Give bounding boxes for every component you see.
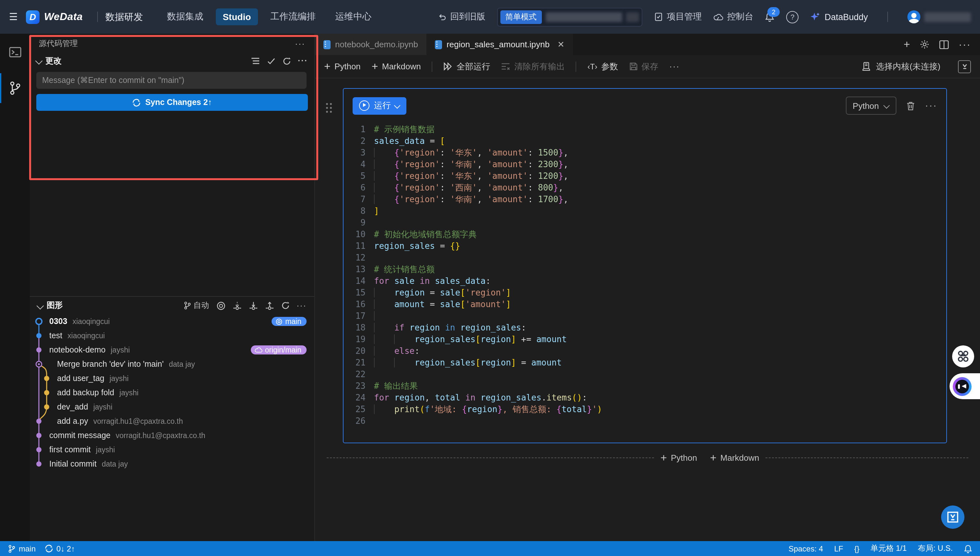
more-actions-icon[interactable]: ··· [669, 61, 679, 71]
more-actions-icon[interactable]: ··· [925, 100, 937, 112]
code-line[interactable] [374, 252, 946, 264]
indent-indicator[interactable]: Spaces: 4 [789, 544, 823, 553]
kernel-selector[interactable]: 选择内核(未连接) [862, 61, 940, 72]
refresh-icon[interactable] [282, 57, 291, 65]
code-line[interactable]: {'region': '华东', 'amount': 1500}, [374, 147, 946, 159]
code-line[interactable]: ] [374, 205, 946, 217]
hamburger-menu-icon[interactable]: ☰ [9, 11, 26, 23]
commit-message-input[interactable] [36, 72, 307, 89]
back-to-old-button[interactable]: 回到旧版 [438, 11, 485, 23]
commit-row[interactable]: notebook-demo jayshi origin/main [30, 343, 314, 357]
cell-position-indicator[interactable]: 单元格 1/1 [870, 543, 907, 554]
apps-floating-button[interactable] [952, 345, 974, 367]
changes-section-header[interactable]: 更改 ··· [30, 53, 314, 69]
tab-notebook-demo[interactable]: notebook_demo.ipynb [315, 34, 427, 55]
code-line[interactable]: for region, total in region_sales.items(… [374, 392, 946, 404]
code-line[interactable]: {'region': '西南', 'amount': 800}, [374, 182, 946, 194]
code-line[interactable]: {'region': '华南', 'amount': 1700}, [374, 194, 946, 205]
more-actions-icon[interactable]: ··· [295, 39, 305, 48]
language-braces-indicator[interactable]: {} [854, 544, 859, 553]
more-actions-icon[interactable]: ··· [298, 57, 308, 65]
brand[interactable]: D WeData [26, 10, 82, 24]
cell-drag-handle[interactable] [326, 103, 332, 113]
commit-row[interactable]: test xiaoqingcui [30, 328, 314, 343]
run-cell-button[interactable]: 运行 [353, 97, 406, 115]
sync-indicator[interactable]: 0↓ 2↑ [45, 544, 75, 553]
add-python-cell-button[interactable]: +Python [654, 452, 703, 463]
commit-row[interactable]: 0303 xiaoqingcui main [30, 314, 314, 328]
delete-cell-icon[interactable] [906, 101, 915, 110]
code-line[interactable]: region = sale['region'] [374, 287, 946, 299]
parameters-button[interactable]: ‹T› 参数 [587, 61, 618, 72]
close-tab-icon[interactable]: ✕ [557, 40, 564, 49]
sync-changes-button[interactable]: Sync Changes 2↑ [36, 94, 308, 111]
code-line[interactable]: {'region': '华东', 'amount': 1200}, [374, 170, 946, 182]
push-icon[interactable] [265, 301, 274, 310]
target-icon[interactable] [216, 301, 225, 310]
nav-item-studio[interactable]: Studio [215, 8, 258, 25]
more-actions-icon[interactable]: ··· [959, 39, 971, 50]
branch-badge-origin-main[interactable]: origin/main [251, 345, 307, 354]
commit-row[interactable]: add a.py vorragit.hu1@cpaxtra.co.th [30, 414, 314, 428]
code-line[interactable]: region_sales[region] += amount [374, 334, 946, 345]
help-button[interactable]: ? [786, 11, 799, 23]
commit-row[interactable]: Merge branch 'dev' into 'main' data jay [30, 357, 314, 371]
commit-row[interactable]: add backup fold jayshi [30, 386, 314, 400]
auto-branch-toggle[interactable]: 自动 [183, 300, 209, 311]
notifications-status-button[interactable] [964, 544, 972, 553]
assistant-floating-button[interactable] [949, 373, 980, 399]
code-line[interactable]: region_sales = {} [374, 241, 946, 252]
notifications-button[interactable]: 2 [765, 12, 775, 22]
more-actions-icon[interactable]: ··· [296, 301, 307, 310]
code-line[interactable]: # 统计销售总额 [374, 264, 946, 275]
keyboard-layout-indicator[interactable]: 布局: U.S. [918, 543, 953, 554]
code-line[interactable]: print(f'地域: {region}, 销售总额: {total}') [374, 404, 946, 415]
commit-row[interactable]: first commit jayshi [30, 443, 314, 457]
commit-row[interactable]: commit message vorragit.hu1@cpaxtra.co.t… [30, 428, 314, 443]
fetch-icon[interactable] [232, 301, 241, 310]
add-markdown-cell-button[interactable]: +Markdown [703, 452, 766, 463]
commit-row[interactable]: add user_tag jayshi [30, 371, 314, 386]
eol-indicator[interactable]: LF [834, 544, 843, 553]
terminal-activity-button[interactable] [0, 43, 30, 61]
versions-floating-button[interactable] [941, 506, 964, 529]
tab-region-sales-amount[interactable]: region_sales_amount.ipynb ✕ [427, 34, 573, 55]
view-as-list-icon[interactable] [251, 57, 260, 65]
save-button[interactable]: 保存 [629, 61, 658, 72]
code-line[interactable] [374, 369, 946, 380]
code-line[interactable]: {'region': '华南', 'amount': 2300}, [374, 159, 946, 170]
code-line[interactable] [374, 415, 946, 427]
nav-item-workflow[interactable]: 工作流编排 [263, 8, 323, 26]
code-line[interactable]: for sale in sales_data: [374, 275, 946, 287]
commit-check-icon[interactable] [267, 57, 275, 65]
project-management-button[interactable]: 项目管理 [654, 11, 702, 23]
versions-icon[interactable] [958, 60, 971, 73]
clear-outputs-button[interactable]: 清除所有输出 [501, 61, 565, 72]
nav-item-data-integration[interactable]: 数据集成 [160, 8, 210, 26]
console-button[interactable]: 控制台 [713, 11, 753, 23]
source-control-activity-button[interactable] [0, 77, 30, 99]
branch-indicator[interactable]: main [8, 544, 36, 553]
code-line[interactable]: region_sales[region] = amount [374, 357, 946, 369]
commit-row[interactable]: Initial commit data jay [30, 457, 314, 471]
code-line[interactable]: # 输出结果 [374, 380, 946, 392]
cell-language-dropdown[interactable]: Python [846, 97, 896, 115]
code-line[interactable]: # 示例销售数据 [374, 124, 946, 136]
new-file-icon[interactable]: + [904, 39, 910, 50]
code-line[interactable]: if region in region_sales: [374, 322, 946, 334]
code-line[interactable] [374, 310, 946, 322]
split-editor-icon[interactable] [939, 40, 949, 49]
branch-badge-main[interactable]: main [272, 317, 307, 326]
add-markdown-cell-button[interactable]: +Markdown [372, 61, 421, 72]
user-menu[interactable] [907, 10, 971, 23]
commit-row[interactable]: dev_add jayshi [30, 400, 314, 414]
code-line[interactable] [374, 217, 946, 229]
code-line[interactable]: else: [374, 345, 946, 357]
add-python-cell-button[interactable]: +Python [324, 61, 361, 72]
databuddy-button[interactable]: DataBuddy [810, 12, 868, 22]
nav-item-ops-center[interactable]: 运维中心 [328, 8, 378, 26]
run-all-button[interactable]: 全部运行 [444, 61, 490, 72]
pull-icon[interactable] [249, 301, 258, 310]
mode-selector[interactable]: 简单模式 [497, 8, 642, 26]
code-line[interactable]: # 初始化地域销售总额字典 [374, 229, 946, 241]
